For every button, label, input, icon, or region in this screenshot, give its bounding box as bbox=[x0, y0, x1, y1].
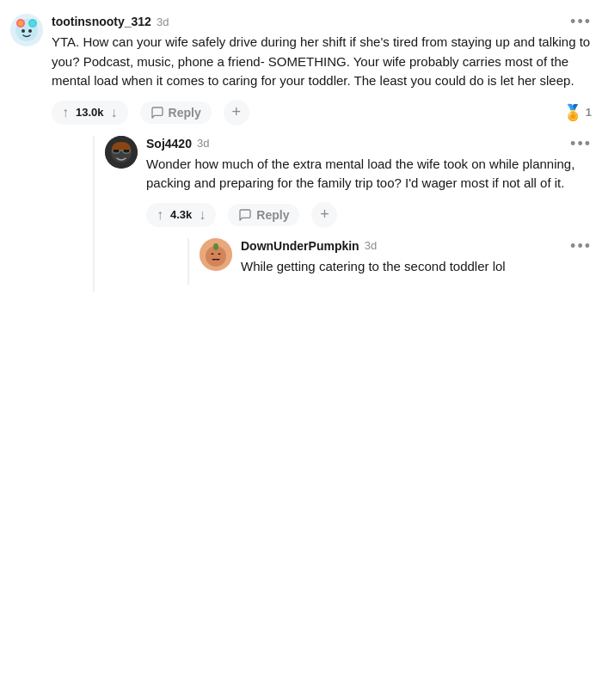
nested-replies-level-2: DownUnderPumpkin 3d ••• While getting ca… bbox=[187, 238, 592, 286]
svg-point-4 bbox=[18, 21, 23, 26]
up-arrow-icon: ↑ bbox=[62, 105, 69, 120]
nested-replies-level-1: Soj4420 3d ••• Wonder how much of the ex… bbox=[93, 136, 592, 292]
timestamp: 3d bbox=[157, 15, 169, 28]
reply-label: Reply bbox=[256, 208, 289, 222]
avatar bbox=[200, 238, 232, 271]
add-reaction-button[interactable]: + bbox=[311, 202, 337, 228]
upvote-button[interactable]: ↑ bbox=[60, 105, 71, 120]
comment-body: tootinsnooty_312 3d ••• YTA. How can you… bbox=[52, 14, 592, 298]
avatar bbox=[10, 14, 43, 46]
username: tootinsnooty_312 bbox=[52, 15, 151, 28]
svg-point-7 bbox=[28, 29, 32, 33]
down-arrow-icon: ↓ bbox=[199, 207, 206, 223]
more-options-button[interactable]: ••• bbox=[570, 238, 592, 254]
reply-label: Reply bbox=[169, 106, 201, 120]
reply-icon bbox=[238, 208, 252, 222]
more-options-button[interactable]: ••• bbox=[570, 136, 592, 151]
up-arrow-icon: ↑ bbox=[157, 207, 163, 223]
comment-body: Soj4420 3d ••• Wonder how much of the ex… bbox=[146, 136, 592, 292]
downvote-button[interactable]: ↓ bbox=[197, 207, 207, 223]
comment-actions: ↑ 4.3k ↓ Reply bbox=[146, 202, 592, 228]
comment-item: tootinsnooty_312 3d ••• YTA. How can you… bbox=[10, 14, 592, 298]
add-reaction-button[interactable]: + bbox=[224, 100, 249, 126]
vote-group: ↑ 4.3k ↓ bbox=[146, 203, 216, 227]
svg-point-6 bbox=[22, 29, 25, 33]
reply-button[interactable]: Reply bbox=[228, 204, 299, 226]
vote-group: ↑ 13.0k ↓ bbox=[52, 101, 128, 125]
comment-text: Wonder how much of the extra mental load… bbox=[146, 155, 592, 193]
reply-button[interactable]: Reply bbox=[140, 101, 212, 124]
award-count: 1 bbox=[586, 106, 592, 119]
more-options-button[interactable]: ••• bbox=[570, 14, 592, 29]
comment-header: Soj4420 3d ••• bbox=[146, 136, 592, 151]
upvote-button[interactable]: ↑ bbox=[155, 207, 165, 223]
down-arrow-icon: ↓ bbox=[111, 105, 118, 120]
username: Soj4420 bbox=[146, 137, 192, 150]
svg-point-5 bbox=[30, 21, 35, 26]
vote-count: 13.0k bbox=[76, 106, 104, 119]
reply-icon bbox=[150, 106, 164, 120]
comment-actions: ↑ 13.0k ↓ Reply + 🏅 bbox=[52, 100, 592, 126]
comment-text: While getting catering to the second tod… bbox=[241, 257, 592, 277]
comment-header: DownUnderPumpkin 3d ••• bbox=[241, 238, 592, 254]
avatar bbox=[105, 136, 138, 169]
plus-icon: + bbox=[320, 206, 329, 224]
plus-icon: + bbox=[231, 103, 241, 121]
comment-header: tootinsnooty_312 3d ••• bbox=[52, 14, 592, 29]
svg-point-15 bbox=[213, 243, 218, 250]
comment-text: YTA. How can your wife safely drive duri… bbox=[52, 33, 592, 91]
downvote-button[interactable]: ↓ bbox=[109, 105, 120, 120]
comment-body: DownUnderPumpkin 3d ••• While getting ca… bbox=[241, 238, 592, 286]
username: DownUnderPumpkin bbox=[241, 239, 359, 253]
comment-thread: tootinsnooty_312 3d ••• YTA. How can you… bbox=[0, 0, 602, 298]
timestamp: 3d bbox=[197, 137, 209, 150]
vote-count: 4.3k bbox=[170, 208, 192, 221]
timestamp: 3d bbox=[365, 239, 377, 252]
comment-item: Soj4420 3d ••• Wonder how much of the ex… bbox=[105, 136, 592, 292]
award-icon: 🏅 bbox=[563, 103, 582, 122]
award-badge: 🏅 1 bbox=[563, 103, 592, 122]
comment-item: DownUnderPumpkin 3d ••• While getting ca… bbox=[200, 238, 592, 286]
